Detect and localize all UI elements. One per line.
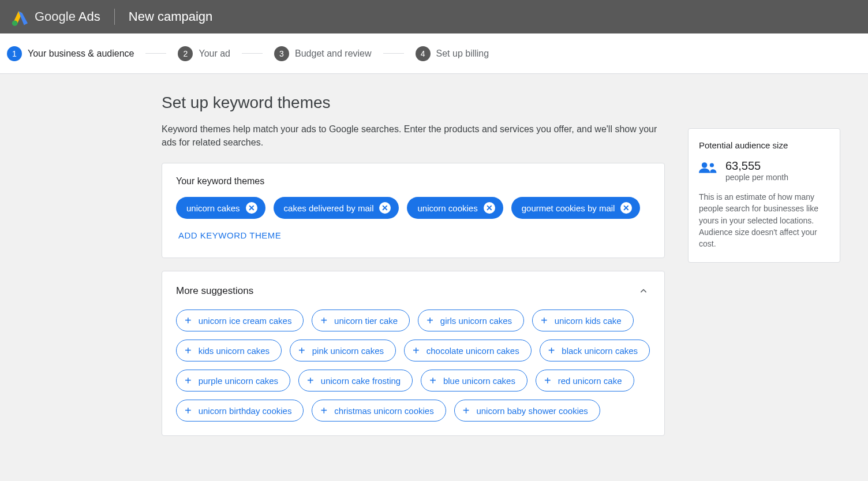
suggestion-chip[interactable]: +christmas unicorn cookies: [312, 400, 446, 422]
plus-icon: +: [429, 375, 436, 386]
step-badge: 1: [7, 46, 22, 61]
plus-icon: +: [463, 405, 470, 416]
suggestion-chip[interactable]: +red unicorn cake: [536, 370, 634, 391]
audience-panel-title: Potential audience size: [699, 140, 829, 150]
plus-icon: +: [298, 345, 305, 356]
plus-icon: +: [307, 375, 314, 386]
plus-icon: +: [185, 315, 192, 326]
remove-chip-icon[interactable]: ✕: [379, 202, 391, 214]
suggestions-card: More suggestions +unicorn ice cream cake…: [162, 271, 665, 436]
plus-icon: +: [544, 375, 551, 386]
suggestion-chip-label: girls unicorn cakes: [440, 316, 512, 326]
remove-chip-icon[interactable]: ✕: [246, 202, 257, 214]
suggestion-chip-label: black unicorn cakes: [562, 346, 638, 356]
suggestion-chip-label: red unicorn cake: [558, 376, 622, 386]
keyword-chip[interactable]: gourmet cookies by mail✕: [511, 197, 641, 219]
suggestion-chip-label: purple unicorn cakes: [199, 376, 278, 386]
suggestion-chip[interactable]: +girls unicorn cakes: [418, 310, 524, 331]
suggestion-chip[interactable]: +pink unicorn cakes: [290, 340, 396, 361]
step-connector: [242, 53, 263, 54]
suggestion-chip[interactable]: +black unicorn cakes: [540, 340, 650, 361]
chip-label: cakes delivered by mail: [284, 203, 374, 213]
suggestion-chip-label: kids unicorn cakes: [199, 346, 270, 356]
add-keyword-theme-button[interactable]: ADD KEYWORD THEME: [176, 227, 283, 244]
svg-point-0: [12, 20, 18, 26]
step-4[interactable]: 4Set up billing: [413, 46, 492, 61]
suggestion-chip-label: christmas unicorn cookies: [334, 406, 434, 416]
keyword-themes-title: Your keyword themes: [176, 176, 650, 187]
step-label: Set up billing: [436, 49, 489, 59]
suggestion-chip-label: unicorn cake frosting: [321, 376, 401, 386]
step-label: Budget and review: [295, 49, 372, 59]
collapse-button[interactable]: [637, 284, 650, 298]
plus-icon: +: [185, 375, 192, 386]
people-icon: [699, 161, 717, 174]
step-label: Your ad: [199, 49, 230, 59]
step-2[interactable]: 2Your ad: [175, 46, 233, 61]
divider: [114, 9, 115, 25]
suggestion-chip-label: pink unicorn cakes: [312, 346, 384, 356]
step-1[interactable]: 1Your business & audience: [5, 46, 136, 61]
brand-name: Google Ads: [35, 9, 100, 24]
suggestion-chips: +unicorn ice cream cakes+unicorn tier ca…: [176, 310, 650, 422]
page-title: New campaign: [129, 9, 213, 24]
suggestion-chip-label: unicorn baby shower cookies: [476, 406, 588, 416]
plus-icon: +: [413, 345, 420, 356]
step-connector: [383, 53, 404, 54]
chip-label: unicorn cookies: [417, 203, 477, 213]
remove-chip-icon[interactable]: ✕: [484, 202, 495, 214]
google-ads-logo-icon: [9, 8, 28, 26]
keyword-chip[interactable]: unicorn cakes✕: [176, 197, 265, 219]
suggestion-chip[interactable]: +unicorn ice cream cakes: [176, 310, 304, 331]
plus-icon: +: [185, 345, 192, 356]
step-badge: 3: [274, 46, 289, 61]
suggestion-chip-label: unicorn kids cake: [555, 316, 622, 326]
keyword-themes-chips: unicorn cakes✕cakes delivered by mail✕un…: [176, 197, 650, 244]
step-3[interactable]: 3Budget and review: [272, 46, 374, 61]
chip-label: gourmet cookies by mail: [522, 203, 615, 213]
section-heading: Set up keyword themes: [162, 94, 665, 112]
brand-area: Google Ads: [9, 8, 100, 26]
plus-icon: +: [185, 405, 192, 416]
suggestions-title: More suggestions: [176, 285, 253, 297]
plus-icon: +: [320, 315, 327, 326]
suggestion-chip-label: blue unicorn cakes: [443, 376, 515, 386]
plus-icon: +: [320, 405, 327, 416]
suggestion-chip[interactable]: +kids unicorn cakes: [176, 340, 282, 361]
keyword-themes-card: Your keyword themes unicorn cakes✕cakes …: [162, 163, 665, 258]
suggestion-chip-label: unicorn birthday cookies: [199, 406, 292, 416]
audience-panel: Potential audience size 63,555 people pe…: [688, 128, 840, 263]
section-subheading: Keyword themes help match your ads to Go…: [162, 122, 658, 149]
suggestion-chip[interactable]: +blue unicorn cakes: [421, 370, 527, 391]
keyword-chip[interactable]: cakes delivered by mail✕: [274, 197, 399, 219]
app-header: Google Ads New campaign: [0, 0, 868, 33]
step-label: Your business & audience: [28, 49, 134, 59]
chevron-up-icon: [638, 285, 649, 297]
step-badge: 2: [178, 46, 193, 61]
suggestion-chip[interactable]: +unicorn birthday cookies: [176, 400, 304, 422]
suggestion-chip[interactable]: +unicorn tier cake: [312, 310, 410, 331]
plus-icon: +: [548, 345, 555, 356]
suggestion-chip[interactable]: +unicorn baby shower cookies: [454, 400, 600, 422]
plus-icon: +: [426, 315, 433, 326]
suggestion-chip-label: unicorn tier cake: [334, 316, 398, 326]
step-connector: [145, 53, 166, 54]
suggestion-chip[interactable]: +chocolate unicorn cakes: [404, 340, 532, 361]
audience-unit: people per month: [725, 173, 788, 182]
stepper: 1Your business & audience2Your ad3Budget…: [0, 33, 868, 74]
suggestion-chip-label: chocolate unicorn cakes: [426, 346, 519, 356]
keyword-chip[interactable]: unicorn cookies✕: [407, 197, 503, 219]
suggestion-chip[interactable]: +unicorn kids cake: [532, 310, 634, 331]
remove-chip-icon[interactable]: ✕: [620, 202, 632, 214]
suggestion-chip[interactable]: +purple unicorn cakes: [176, 370, 290, 391]
audience-value: 63,555: [725, 159, 788, 173]
svg-point-1: [702, 162, 708, 168]
suggestion-chip[interactable]: +unicorn cake frosting: [298, 370, 413, 391]
svg-point-2: [710, 163, 714, 167]
audience-description: This is an estimate of how many people s…: [699, 191, 829, 249]
suggestion-chip-label: unicorn ice cream cakes: [199, 316, 292, 326]
step-badge: 4: [416, 46, 431, 61]
plus-icon: +: [541, 315, 548, 326]
chip-label: unicorn cakes: [186, 203, 240, 213]
